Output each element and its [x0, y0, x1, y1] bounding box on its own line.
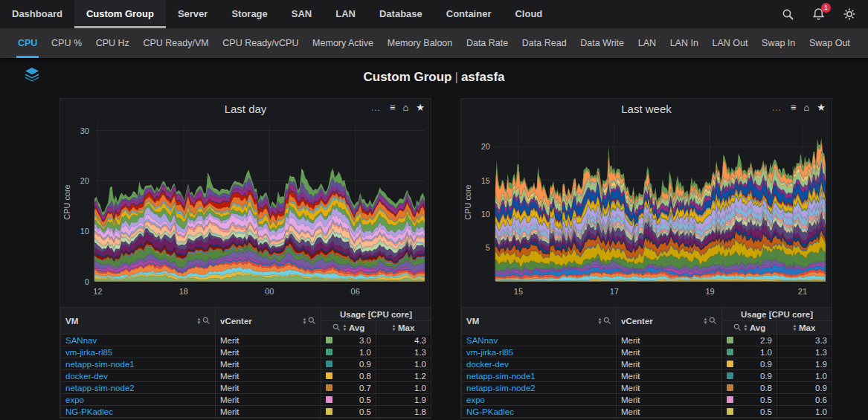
- column-search-icon[interactable]: [709, 317, 717, 325]
- column-search-icon[interactable]: [603, 317, 611, 325]
- panel-list-icon[interactable]: ≡: [390, 101, 396, 114]
- vm-link[interactable]: docker-dev: [65, 372, 108, 381]
- collapse-layers-icon[interactable]: [24, 67, 40, 85]
- vm-table-row[interactable]: expo Merit 0.5 1.9: [61, 394, 431, 406]
- stacked-area-chart[interactable]: 510152015171921CPU core: [461, 118, 832, 306]
- max-cell: 1.9: [376, 394, 431, 406]
- avg-cell: 0.5: [321, 406, 376, 418]
- vm-table-row[interactable]: vm-jirka-rl85 Merit 1.0 1.3: [61, 346, 431, 358]
- vm-table-row[interactable]: NG-PKadlec Merit 0.5 1.0: [462, 406, 832, 418]
- vm-link[interactable]: vm-jirka-rl85: [466, 348, 513, 357]
- metric-tab-memory-active[interactable]: Memory Active: [311, 28, 375, 58]
- max-column-header[interactable]: ▴▾ Max: [376, 321, 431, 335]
- max-cell: 1.9: [777, 358, 832, 370]
- vm-table-row[interactable]: SANnav Merit 2.9 3.3: [462, 335, 832, 346]
- settings-gear-icon[interactable]: [843, 7, 856, 21]
- vm-link[interactable]: SANnav: [65, 336, 97, 345]
- vm-table-row[interactable]: netapp-sim-node1 Merit 0.9 1.0: [462, 370, 832, 382]
- vm-link[interactable]: netapp-sim-node1: [466, 372, 536, 381]
- metric-tab-swap-out[interactable]: Swap Out: [808, 28, 852, 58]
- svg-text:5: 5: [486, 243, 490, 252]
- vm-link[interactable]: SANnav: [466, 336, 498, 345]
- metric-tab-data-write[interactable]: Data Write: [579, 28, 626, 58]
- column-search-icon[interactable]: [733, 323, 742, 332]
- sort-icon[interactable]: ▴▾: [303, 317, 306, 324]
- metric-tab-cpu[interactable]: CPU: [16, 28, 39, 58]
- sort-icon[interactable]: ▴▾: [704, 317, 707, 324]
- vm-link[interactable]: expo: [466, 395, 485, 404]
- panel-title[interactable]: Last day: [225, 103, 267, 115]
- max-column-header[interactable]: ▴▾ Max: [777, 321, 832, 335]
- metric-tab-data-rate[interactable]: Data Rate: [465, 28, 509, 58]
- metric-tab-cpu-ready-vcpu[interactable]: CPU Ready/vCPU: [221, 28, 300, 58]
- metric-tab-data-read[interactable]: Data Read: [521, 28, 568, 58]
- metric-tab-cpu-hz[interactable]: CPU Hz: [94, 28, 131, 58]
- panel-home-icon[interactable]: ⌂: [402, 101, 408, 114]
- metric-tab-cpu-[interactable]: CPU %: [50, 28, 83, 58]
- nav-item-server[interactable]: Server: [166, 0, 219, 28]
- nav-item-cloud[interactable]: Cloud: [503, 0, 554, 28]
- avg-column-header[interactable]: ▴▾ Avg: [321, 321, 376, 335]
- vcenter-column-header[interactable]: vCenter ▴▾: [216, 308, 321, 335]
- max-cell: 1.3: [777, 346, 832, 358]
- vm-link[interactable]: expo: [65, 395, 84, 404]
- metric-tab-lan-out[interactable]: LAN Out: [711, 28, 750, 58]
- column-search-icon[interactable]: [332, 323, 341, 332]
- avg-value: 1.0: [760, 348, 772, 357]
- vm-table-row[interactable]: NG-PKadlec Merit 0.5 1.8: [61, 406, 431, 418]
- panel-menu-icon[interactable]: ...: [772, 103, 782, 113]
- search-icon[interactable]: [782, 8, 794, 21]
- metric-tab-swap-in[interactable]: Swap In: [760, 28, 797, 58]
- vm-table-row[interactable]: netapp-sim-node2 Merit 0.8 0.9: [462, 382, 832, 394]
- vcenter-column-header[interactable]: vCenter ▴▾: [617, 308, 722, 335]
- stacked-area-chart[interactable]: 010203012180006CPU core: [60, 118, 431, 306]
- vm-link[interactable]: netapp-sim-node1: [65, 360, 135, 369]
- vm-table-row[interactable]: expo Merit 0.5 0.6: [462, 394, 832, 406]
- nav-item-san[interactable]: SAN: [280, 0, 324, 28]
- panel-star-icon[interactable]: ★: [817, 101, 826, 114]
- nav-item-custom-group[interactable]: Custom Group: [74, 0, 166, 28]
- nav-item-storage[interactable]: Storage: [219, 0, 279, 28]
- panel-star-icon[interactable]: ★: [416, 101, 425, 114]
- metric-tab-lan-in[interactable]: LAN In: [669, 28, 700, 58]
- vm-link[interactable]: netapp-sim-node2: [466, 384, 536, 392]
- metric-tab-lan[interactable]: LAN: [637, 28, 658, 58]
- column-search-icon[interactable]: [308, 317, 316, 325]
- vm-table-row[interactable]: vm-jirka-rl85 Merit 1.0 1.3: [462, 346, 832, 358]
- column-search-icon[interactable]: [202, 317, 210, 325]
- nav-item-lan[interactable]: LAN: [324, 0, 367, 28]
- sort-icon[interactable]: ▴▾: [599, 317, 601, 324]
- avg-cell: 1.0: [722, 346, 777, 358]
- vm-link[interactable]: docker-dev: [466, 360, 509, 369]
- nav-item-container[interactable]: Container: [434, 0, 504, 28]
- nav-item-dashboard[interactable]: Dashboard: [0, 0, 74, 28]
- panel-title[interactable]: Last week: [621, 103, 672, 115]
- sort-icon[interactable]: ▴▾: [393, 324, 395, 331]
- avg-value: 3.0: [359, 336, 371, 345]
- sort-icon[interactable]: ▴▾: [198, 317, 200, 324]
- vm-cell: netapp-sim-node2: [462, 382, 617, 394]
- vm-table-row[interactable]: netapp-sim-node2 Merit 0.7 1.0: [61, 382, 431, 394]
- sort-icon[interactable]: ▴▾: [745, 324, 747, 331]
- vm-link[interactable]: netapp-sim-node2: [65, 384, 135, 392]
- avg-column-header[interactable]: ▴▾ Avg: [722, 321, 777, 335]
- panel-home-icon[interactable]: ⌂: [803, 101, 809, 114]
- notifications-bell-icon[interactable]: 1: [812, 7, 825, 21]
- metric-tab-memory-baloon[interactable]: Memory Baloon: [386, 28, 454, 58]
- vm-link[interactable]: vm-jirka-rl85: [65, 348, 112, 357]
- metric-tab-cpu-ready-vm[interactable]: CPU Ready/VM: [141, 28, 210, 58]
- vm-link[interactable]: NG-PKadlec: [466, 407, 514, 416]
- vm-table-row[interactable]: SANnav Merit 3.0 4.3: [61, 335, 431, 346]
- avg-column-label: Avg: [750, 323, 765, 332]
- nav-item-database[interactable]: Database: [367, 0, 434, 28]
- panel-list-icon[interactable]: ≡: [791, 101, 797, 114]
- vm-table-row[interactable]: netapp-sim-node1 Merit 0.9 1.0: [61, 358, 431, 370]
- sort-icon[interactable]: ▴▾: [794, 324, 796, 331]
- vm-column-header[interactable]: VM ▴▾: [61, 308, 216, 335]
- vm-table-row[interactable]: docker-dev Merit 0.9 1.9: [462, 358, 832, 370]
- vm-column-header[interactable]: VM ▴▾: [462, 308, 617, 335]
- panel-menu-icon[interactable]: ...: [371, 103, 381, 113]
- vm-table-row[interactable]: docker-dev Merit 0.8 1.2: [61, 370, 431, 382]
- vm-link[interactable]: NG-PKadlec: [65, 407, 113, 416]
- sort-icon[interactable]: ▴▾: [344, 324, 346, 331]
